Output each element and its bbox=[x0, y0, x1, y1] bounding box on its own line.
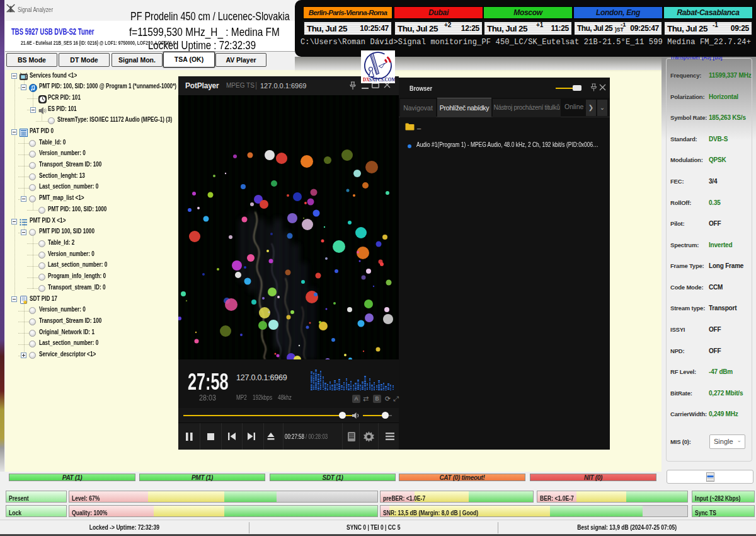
svg-text:SATCS.COM: SATCS.COM bbox=[369, 77, 395, 83]
